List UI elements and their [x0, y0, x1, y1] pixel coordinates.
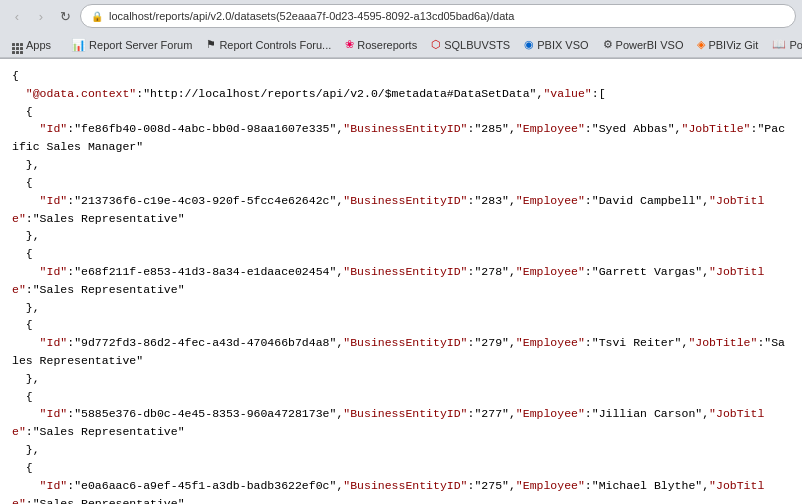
browser-chrome: ‹ › ↻ 🔒 localhost/reports/api/v2.0/datas…: [0, 0, 802, 59]
bookmark-rosereports[interactable]: ❀ Rosereports: [339, 35, 423, 55]
bookmark-pbiviz-git-label: PBIViz Git: [708, 39, 758, 51]
address-bar[interactable]: 🔒 localhost/reports/api/v2.0/datasets(52…: [80, 4, 796, 28]
lock-icon: 🔒: [91, 11, 103, 22]
bookmark-powerbi-vso-label: PowerBI VSO: [616, 39, 684, 51]
refresh-button[interactable]: ↻: [54, 5, 76, 27]
bookmark-powerbi-vso[interactable]: ⚙ PowerBI VSO: [597, 35, 690, 55]
bar-chart-icon: 📊: [71, 38, 86, 52]
bookmark-pbix-vso-label: PBIX VSO: [537, 39, 588, 51]
bookmark-report-controls-forum[interactable]: ⚑ Report Controls Foru...: [200, 35, 337, 55]
bookmarks-bar: Apps 📊 Report Server Forum ⚑ Report Cont…: [0, 32, 802, 58]
bookmark-powerbi-wiki-label: PowerBI Wiki: [789, 39, 802, 51]
bookmark-rosereports-label: Rosereports: [357, 39, 417, 51]
wiki-icon: 📖: [772, 38, 786, 51]
flag-icon: ⚑: [206, 38, 216, 51]
bookmark-report-server-forum-label: Report Server Forum: [89, 39, 192, 51]
bookmark-apps[interactable]: Apps: [6, 35, 57, 55]
forward-button[interactable]: ›: [30, 5, 52, 27]
git-icon: ◈: [697, 38, 705, 51]
bookmark-sqlbuvsts-label: SQLBUVSTS: [444, 39, 510, 51]
bookmark-pbiviz-git[interactable]: ◈ PBIViz Git: [691, 35, 764, 55]
sqlbuvsts-icon: ⬡: [431, 38, 441, 51]
back-button[interactable]: ‹: [6, 5, 28, 27]
rosereports-icon: ❀: [345, 38, 354, 51]
bookmark-pbix-vso[interactable]: ◉ PBIX VSO: [518, 35, 594, 55]
bookmark-apps-label: Apps: [26, 39, 51, 51]
bookmark-report-controls-forum-label: Report Controls Foru...: [219, 39, 331, 51]
github-icon: ⚙: [603, 38, 613, 51]
json-content-area[interactable]: { "@odata.context":"http://localhost/rep…: [0, 59, 802, 504]
nav-buttons: ‹ › ↻: [6, 5, 76, 27]
apps-grid-icon: [12, 36, 23, 54]
bookmark-report-server-forum[interactable]: 📊 Report Server Forum: [65, 35, 198, 55]
browser-toolbar: ‹ › ↻ 🔒 localhost/reports/api/v2.0/datas…: [0, 0, 802, 32]
bookmark-powerbi-wiki[interactable]: 📖 PowerBI Wiki: [766, 35, 802, 55]
address-text: localhost/reports/api/v2.0/datasets(52ea…: [109, 10, 514, 22]
pbix-vso-icon: ◉: [524, 38, 534, 51]
bookmark-sqlbuvsts[interactable]: ⬡ SQLBUVSTS: [425, 35, 516, 55]
